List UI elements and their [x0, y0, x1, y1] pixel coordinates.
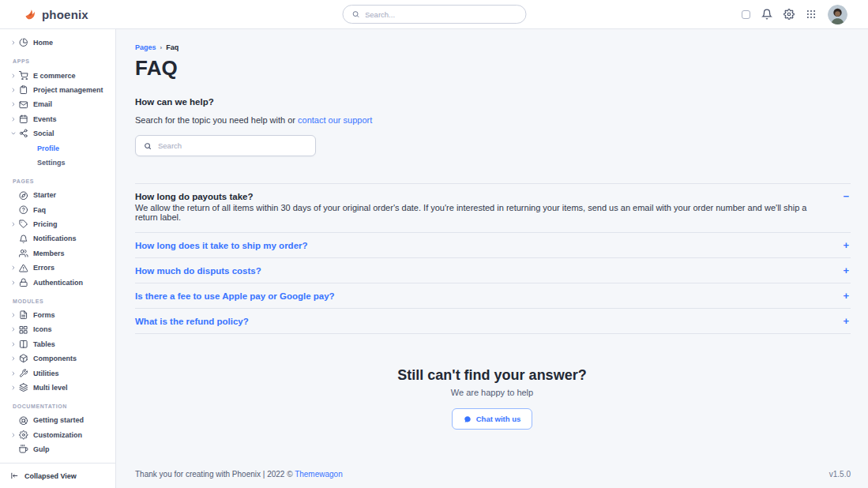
section-label-pages: PAGES — [0, 170, 115, 188]
faq-search-input[interactable] — [158, 141, 307, 150]
contact-support-link[interactable]: contact our support — [298, 115, 372, 125]
sidebar-subitem-settings[interactable]: Settings — [0, 156, 115, 170]
faq-question-text: How long do payouts take? — [135, 192, 254, 201]
sidebar-item-utilities[interactable]: Utilities — [0, 366, 115, 380]
sidebar-item-notifications[interactable]: Notifications — [0, 231, 115, 246]
global-search-input[interactable] — [365, 10, 517, 19]
chevron-right-icon — [11, 265, 19, 270]
sidebar-item-project-management[interactable]: Project management — [0, 83, 115, 97]
sidebar-item-e-commerce[interactable]: E commerce — [0, 68, 115, 82]
faq-item: How long does it take to ship my order?+ — [135, 233, 851, 258]
navbar-actions — [742, 5, 847, 24]
faq-item: Is there a fee to use Apple pay or Googl… — [135, 283, 851, 309]
sidebar-item-label: Utilities — [33, 370, 59, 377]
sidebar-item-events[interactable]: Events — [0, 112, 115, 126]
apps-grid-icon[interactable] — [806, 9, 817, 20]
sidebar-item-components[interactable]: Components — [0, 351, 115, 366]
faq-question-3[interactable]: How much do disputs costs?+ — [135, 258, 851, 283]
grid-icon — [19, 325, 28, 334]
search-icon — [144, 142, 152, 150]
help-text-prefix: Search for the topic you need help with … — [135, 115, 298, 125]
faq-question-1[interactable]: How long do payouts take?− — [135, 184, 851, 203]
version-label: v1.5.0 — [829, 470, 851, 479]
search-icon — [351, 10, 359, 18]
sidebar-item-label: Social — [33, 130, 54, 137]
expand-plus-icon[interactable]: + — [843, 265, 849, 276]
chevron-right-icon — [11, 356, 19, 361]
user-avatar[interactable] — [828, 5, 847, 24]
bell-icon — [19, 234, 28, 243]
sidebar-item-label: Email — [33, 100, 52, 108]
chat-with-us-button[interactable]: Chat with us — [452, 408, 532, 430]
expand-plus-icon[interactable]: + — [843, 291, 849, 301]
sidebar-item-label: Events — [33, 115, 57, 123]
chat-button-label: Chat with us — [476, 415, 520, 423]
expand-plus-icon[interactable]: + — [843, 316, 849, 326]
sidebar-item-authentication[interactable]: Authentication — [0, 275, 115, 289]
themewagon-link[interactable]: Themewagon — [295, 470, 343, 479]
chevron-right-icon — [11, 117, 19, 122]
help-circle-icon — [19, 205, 28, 215]
sidebar-item-members[interactable]: Members — [0, 246, 115, 261]
sidebar-item-faq[interactable]: Faq — [0, 203, 115, 217]
sidebar-item-starter[interactable]: Starter — [0, 188, 115, 202]
global-search[interactable] — [342, 5, 526, 24]
life-buoy-icon — [19, 415, 28, 425]
sidebar-item-label: Pricing — [33, 220, 58, 228]
faq-question-5[interactable]: What is the refund policy?+ — [135, 309, 851, 333]
sidebar-item-label: Faq — [33, 206, 46, 214]
chevron-right-icon — [11, 433, 19, 437]
sidebar-item-email[interactable]: Email — [0, 97, 115, 111]
tag-icon — [19, 220, 28, 229]
sidebar-item-getting-started[interactable]: Getting started — [0, 413, 115, 427]
help-heading: How can we help? — [135, 97, 868, 107]
sidebar-item-forms[interactable]: Forms — [0, 308, 115, 322]
breadcrumb-pages-link[interactable]: Pages — [135, 43, 156, 51]
sidebar-item-label: Starter — [33, 191, 56, 199]
sidebar-item-errors[interactable]: Errors — [0, 261, 115, 275]
package-icon — [19, 354, 28, 363]
sidebar-item-label: Project management — [33, 86, 103, 94]
sidebar-item-pricing[interactable]: Pricing — [0, 217, 115, 231]
lock-icon — [19, 278, 28, 287]
faq-question-4[interactable]: Is there a fee to use Apple pay or Googl… — [135, 283, 851, 308]
help-text: Search for the topic you need help with … — [135, 115, 868, 125]
faq-search[interactable] — [135, 135, 316, 156]
share-2-icon — [19, 129, 28, 138]
chevron-down-icon — [11, 131, 19, 136]
faq-question-text: What is the refund policy? — [135, 317, 249, 326]
settings-gear-icon[interactable] — [783, 9, 795, 20]
chevron-right-icon — [11, 280, 19, 285]
users-icon — [19, 249, 28, 258]
sidebar-item-social[interactable]: Social — [0, 126, 115, 141]
expand-plus-icon[interactable]: + — [843, 240, 849, 250]
section-label-modules: MODULES — [0, 290, 115, 308]
phoenix-logo[interactable]: phoenix — [24, 8, 88, 21]
sidebar-item-gulp[interactable]: Gulp — [0, 442, 115, 456]
faq-accordion: How long do payouts take?−We allow the r… — [135, 183, 851, 334]
sidebar-item-customization[interactable]: Customization — [0, 428, 115, 442]
sidebar-item-tables[interactable]: Tables — [0, 337, 115, 351]
collapse-minus-icon[interactable]: − — [843, 191, 849, 201]
sidebar-item-home[interactable]: Home — [0, 36, 115, 50]
sidebar-item-label: Notifications — [33, 235, 77, 242]
brand-name: phoenix — [42, 8, 88, 21]
faq-item: How long do payouts take?−We allow the r… — [135, 184, 851, 233]
notifications-bell-icon[interactable] — [761, 9, 772, 20]
sidebar-item-label: Components — [33, 355, 77, 362]
alert-triangle-icon — [19, 263, 28, 272]
chevron-right-icon — [11, 371, 19, 376]
collapsed-view-label: Collapsed View — [24, 472, 77, 480]
footer-text: Thank you for creating with Phoenix | 20… — [135, 470, 295, 479]
collapsed-view-toggle[interactable]: Collapsed View — [0, 463, 115, 488]
sidebar-subitem-profile[interactable]: Profile — [0, 141, 115, 155]
faq-question-2[interactable]: How long does it take to ship my order?+ — [135, 233, 851, 257]
chat-bubble-icon — [464, 415, 472, 423]
sidebar-item-multi-level[interactable]: Multi level — [0, 381, 115, 395]
sidebar-item-icons[interactable]: Icons — [0, 322, 115, 336]
section-label-apps: APPS — [0, 50, 115, 68]
faq-answer: We allow the return of all items within … — [135, 203, 851, 232]
faq-question-text: How much do disputs costs? — [135, 266, 261, 276]
cta-section: Still can't find your answer? We are hap… — [116, 367, 868, 430]
theme-toggle[interactable] — [742, 10, 750, 19]
